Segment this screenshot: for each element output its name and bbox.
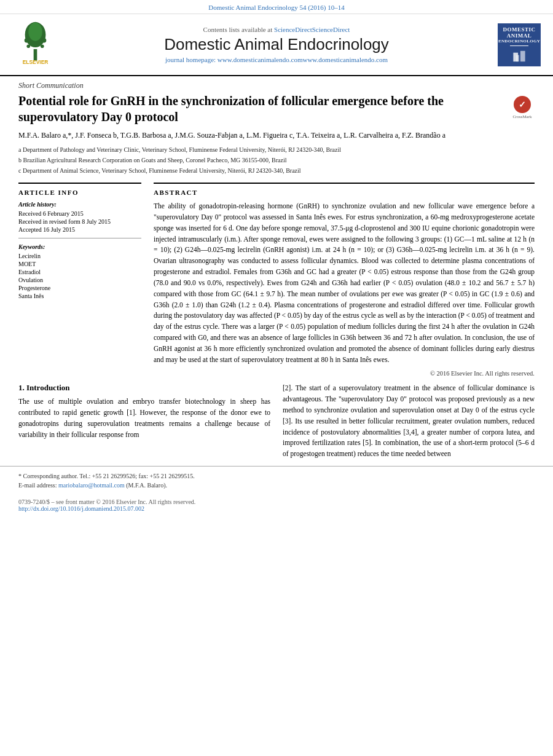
- email-label: E-mail address:: [18, 482, 58, 489]
- logo-line2: ANIMAL: [507, 33, 532, 39]
- crossmark-icon: ✓: [514, 96, 531, 113]
- affiliations-section: a Department of Pathology and Veterinary…: [18, 145, 535, 175]
- accepted-date: Accepted 16 July 2015: [18, 226, 141, 233]
- svg-text:ELSEVIER: ELSEVIER: [23, 59, 49, 65]
- footer-doi: http://dx.doi.org/10.1016/j.domaniend.20…: [18, 505, 535, 512]
- keyword-3: Estradiol: [18, 269, 141, 275]
- journal-citation-bar: Domestic Animal Endocrinology 54 (2016) …: [0, 0, 553, 14]
- revised-date: Received in revised form 8 July 2015: [18, 218, 141, 225]
- article-info-heading: ARTICLE INFO: [18, 189, 141, 196]
- svg-point-2: [28, 23, 42, 41]
- article-type: Short Communication: [18, 81, 535, 90]
- copyright-text: © 2016 Elsevier Inc. All rights reserved…: [154, 370, 535, 377]
- journal-homepage: journal homepage: www.domesticanimalendo…: [68, 56, 485, 63]
- svg-rect-10: [516, 55, 519, 62]
- doi-link[interactable]: http://dx.doi.org/10.1016/j.domaniend.20…: [18, 505, 144, 512]
- email-attribution: (M.F.A. Balaro).: [126, 482, 167, 489]
- received-date: Received 6 February 2015: [18, 210, 141, 217]
- authors-list: M.F.A. Balaro a,*, J.F. Fonseca b, T.G.B…: [18, 130, 535, 141]
- crossmark-label: CrossMark: [512, 114, 531, 119]
- journal-center: Contents lists available at ScienceDirec…: [68, 26, 485, 63]
- abstract-heading: ABSTRACT: [154, 189, 535, 196]
- info-divider: [18, 238, 141, 238]
- logo-line1: DOMESTIC: [503, 26, 535, 33]
- svg-point-5: [26, 44, 30, 48]
- article-info-col: ARTICLE INFO Article history: Received 6…: [18, 183, 141, 377]
- contents-available: Contents lists available at ScienceDirec…: [68, 26, 485, 33]
- journal-citation-text: Domestic Animal Endocrinology 54 (2016) …: [208, 4, 345, 11]
- affiliation-c: c Department of Animal Science, Veterina…: [18, 166, 535, 175]
- homepage-label: journal homepage:: [165, 56, 216, 63]
- keyword-5: Progesterone: [18, 285, 141, 291]
- email-note: E-mail address: mariobalaro@hotmail.com …: [18, 481, 535, 490]
- sciencedirect-link-text[interactable]: ScienceDirect: [312, 26, 350, 33]
- footer-issn: 0739-7240/$ – see front matter © 2016 El…: [18, 498, 535, 505]
- history-label: Article history:: [18, 201, 141, 208]
- intro-col-right: [2]. The start of a superovulatory treat…: [283, 383, 535, 460]
- article-header-section: Short Communication Potential role for G…: [0, 76, 553, 175]
- authors-text: M.F.A. Balaro a,*, J.F. Fonseca b, T.G.B…: [18, 131, 445, 140]
- svg-point-4: [42, 38, 47, 43]
- logo-line3: ENDOCRINOLOGY: [498, 39, 540, 44]
- intro-col-left: 1. Introduction The use of multiple ovul…: [18, 383, 270, 460]
- keyword-2: MOET: [18, 261, 141, 267]
- main-body-section: 1. Introduction The use of multiple ovul…: [0, 377, 553, 460]
- intro-paragraph: The use of multiple ovulation and embryo…: [18, 396, 270, 440]
- keywords-label: Keywords:: [18, 243, 141, 250]
- keywords-section: Keywords: Lecirelin MOET Estradiol Ovula…: [18, 243, 141, 299]
- intro-section-title: 1. Introduction: [18, 383, 270, 393]
- section-title-text: Introduction: [26, 383, 70, 392]
- abstract-text: The ability of gonadotropin-releasing ho…: [154, 201, 535, 365]
- intro-from-word: from: [125, 431, 139, 438]
- svg-rect-9: [520, 51, 525, 61]
- homepage-url[interactable]: www.domesticanimalendo.com: [218, 56, 303, 63]
- affiliation-a: a Department of Pathology and Veterinary…: [18, 145, 535, 154]
- abstract-col: ABSTRACT The ability of gonadotropin-rel…: [154, 183, 535, 377]
- journal-title: Domestic Animal Endocrinology: [68, 35, 485, 54]
- sciencedirect-link[interactable]: ScienceDirect: [274, 26, 312, 33]
- article-title: Potential role for GnRH in the synchroni…: [18, 93, 504, 125]
- keyword-1: Lecirelin: [18, 253, 141, 259]
- keyword-4: Ovulation: [18, 277, 141, 283]
- footer-bar: 0739-7240/$ – see front matter © 2016 El…: [0, 495, 553, 516]
- journal-header: ELSEVIER Contents lists available at Sci…: [0, 14, 553, 76]
- keyword-6: Santa Inês: [18, 293, 141, 299]
- elsevier-logo: ELSEVIER: [12, 20, 61, 69]
- section-number: 1.: [18, 383, 25, 392]
- svg-point-6: [41, 44, 44, 48]
- email-value[interactable]: mariobalaro@hotmail.com: [58, 482, 125, 489]
- intro-text-p1: The use of multiple ovulation and embryo…: [18, 398, 270, 438]
- intro-continuation: [2]. The start of a superovulatory treat…: [283, 383, 535, 460]
- article-title-row: Potential role for GnRH in the synchroni…: [18, 93, 535, 125]
- crossmark-badge: ✓ CrossMark: [510, 96, 535, 119]
- corresponding-author-note: * Corresponding author. Tel.: +55 21 262…: [18, 471, 535, 481]
- affiliation-b: b Brazilian Agricultural Research Corpor…: [18, 156, 535, 165]
- footnotes-section: * Corresponding author. Tel.: +55 21 262…: [0, 466, 553, 490]
- article-info-abstract-section: ARTICLE INFO Article history: Received 6…: [0, 183, 553, 377]
- journal-logo-box: DOMESTIC ANIMAL ENDOCRINOLOGY: [492, 23, 541, 66]
- svg-point-3: [25, 38, 29, 43]
- contents-text: Contents lists available at: [203, 26, 273, 33]
